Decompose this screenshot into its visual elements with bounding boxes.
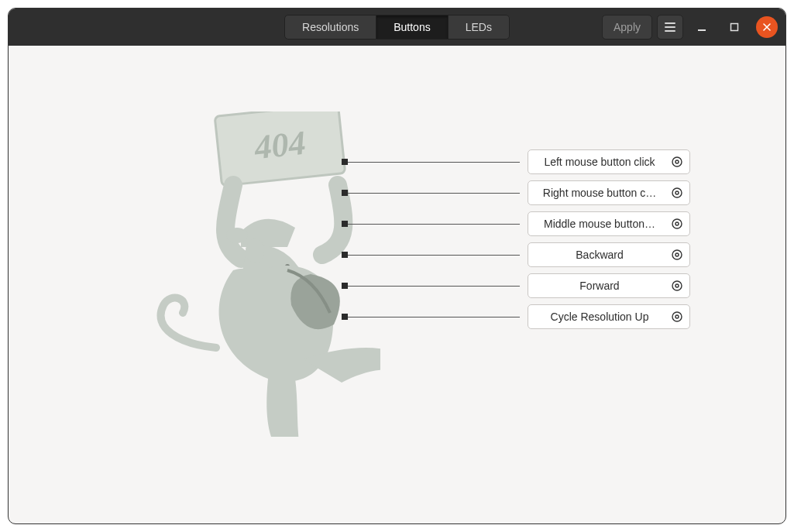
callout-marker: [342, 159, 348, 165]
gear-icon: [669, 185, 685, 201]
gear-icon: [669, 216, 685, 232]
mapping-button-left-click[interactable]: Left mouse button click: [528, 149, 690, 174]
tab-label: Buttons: [394, 21, 430, 33]
svg-point-16: [672, 312, 682, 321]
minimize-icon: [697, 22, 706, 32]
mapping-label: Forward: [536, 280, 663, 292]
svg-point-12: [672, 250, 682, 259]
svg-point-15: [675, 284, 679, 287]
app-window: Resolutions Buttons LEDs Apply: [8, 8, 786, 524]
callout-marker: [342, 283, 348, 289]
apply-button[interactable]: Apply: [602, 15, 652, 39]
tab-label: Resolutions: [302, 21, 359, 33]
mapping-button-cycle-resolution-up[interactable]: Cycle Resolution Up: [528, 304, 690, 329]
callout-row: Middle mouse button…: [342, 208, 690, 239]
svg-point-5: [246, 239, 264, 263]
callout-row: Cycle Resolution Up: [342, 301, 690, 332]
callout-row: Forward: [342, 270, 690, 301]
callout-marker: [342, 252, 348, 258]
headerbar: Resolutions Buttons LEDs Apply: [9, 9, 785, 46]
callout-marker: [342, 314, 348, 320]
mapping-button-backward[interactable]: Backward: [528, 242, 690, 267]
menu-button[interactable]: [657, 15, 683, 39]
mapping-button-middle-click[interactable]: Middle mouse button…: [528, 211, 690, 236]
svg-point-3: [226, 228, 248, 243]
callout-leader: [348, 317, 520, 317]
button-callouts: Left mouse button click Right mouse butt…: [342, 146, 690, 332]
callout-leader: [348, 193, 520, 194]
svg-point-10: [672, 219, 682, 228]
gear-icon: [669, 278, 685, 293]
gear-icon: [669, 247, 685, 263]
close-button[interactable]: [756, 16, 778, 38]
gear-icon: [669, 309, 685, 324]
view-switcher: Resolutions Buttons LEDs: [284, 15, 510, 39]
svg-point-9: [675, 191, 679, 194]
close-icon: [762, 22, 772, 32]
svg-point-17: [675, 315, 679, 318]
callout-row: Backward: [342, 239, 690, 270]
gear-icon: [669, 154, 685, 170]
svg-rect-0: [698, 29, 706, 31]
callout-marker: [342, 221, 348, 227]
mapping-label: Cycle Resolution Up: [536, 311, 663, 323]
svg-rect-1: [731, 24, 738, 31]
mapping-label: Middle mouse button…: [536, 218, 663, 230]
content-area: 404: [9, 46, 785, 523]
hamburger-icon: [665, 22, 675, 32]
mapping-button-forward[interactable]: Forward: [528, 273, 690, 298]
callout-leader: [348, 162, 520, 163]
svg-point-11: [675, 222, 679, 225]
mapping-label: Right mouse button c…: [536, 187, 663, 199]
headerbar-right: Apply: [514, 9, 779, 46]
callout-leader: [348, 224, 520, 225]
mapping-label: Left mouse button click: [536, 156, 663, 168]
minimize-button[interactable]: [688, 9, 716, 46]
callout-leader: [348, 255, 520, 256]
callout-marker: [342, 190, 348, 196]
mapping-label: Backward: [536, 249, 663, 261]
svg-point-14: [672, 281, 682, 290]
tab-buttons[interactable]: Buttons: [376, 15, 448, 39]
callout-row: Right mouse button c…: [342, 177, 690, 208]
callout-row: Left mouse button click: [342, 146, 690, 177]
tab-label: LEDs: [466, 21, 492, 33]
mapping-button-right-click[interactable]: Right mouse button c…: [528, 180, 690, 205]
sign-404-text: 404: [252, 124, 308, 167]
maximize-icon: [730, 22, 739, 32]
maximize-button[interactable]: [720, 9, 748, 46]
svg-point-13: [675, 253, 679, 256]
svg-point-6: [672, 157, 682, 166]
callout-leader: [348, 286, 520, 287]
apply-button-label: Apply: [614, 21, 641, 33]
tab-resolutions[interactable]: Resolutions: [284, 15, 376, 39]
svg-point-7: [675, 160, 679, 163]
svg-point-8: [672, 188, 682, 197]
tab-leds[interactable]: LEDs: [449, 15, 510, 39]
